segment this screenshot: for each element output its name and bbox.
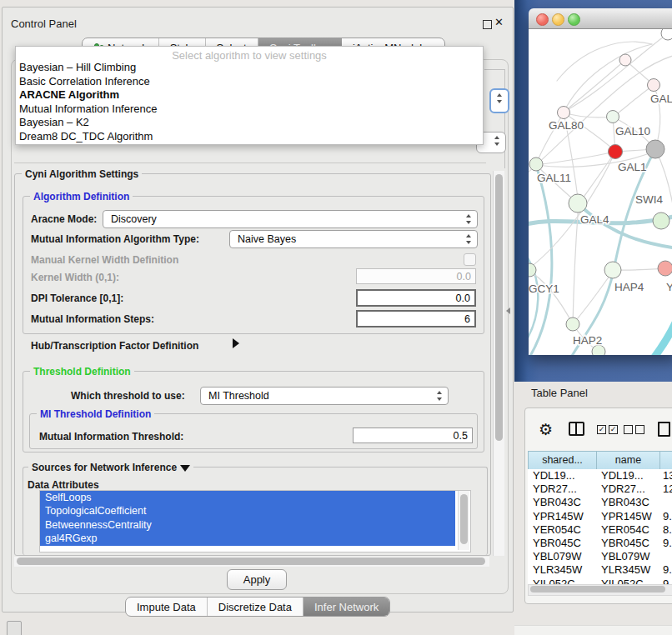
tab-impute-data[interactable]: Impute Data <box>126 598 208 616</box>
algorithm-option[interactable]: ARACNE Algorithm <box>16 88 483 102</box>
network-node[interactable] <box>609 145 623 159</box>
algorithm-option[interactable]: Bayesian – K2 <box>16 116 483 130</box>
table-cell: 8. <box>663 523 672 537</box>
scrollbar-thumb[interactable] <box>530 586 665 592</box>
close-icon[interactable]: ✕ <box>494 16 504 28</box>
checked-checkbox-icon[interactable]: ✓ <box>597 425 606 434</box>
table-horizontal-scrollbar[interactable] <box>528 584 672 596</box>
table-row[interactable]: YDR27...YDR27...12 <box>528 482 672 496</box>
selected-value: Naive Bayes <box>238 233 296 245</box>
table-row[interactable]: YER054CYER054C8. <box>528 523 672 537</box>
document-icon[interactable] <box>658 422 670 437</box>
network-node[interactable] <box>619 54 631 66</box>
group-title: Cyni Algorithm Settings <box>22 168 142 180</box>
mi-steps-field[interactable] <box>356 310 476 328</box>
network-edge <box>614 85 654 116</box>
network-node[interactable] <box>658 261 672 276</box>
vertical-scrollbar[interactable] <box>493 171 504 556</box>
table-cell: 13 <box>663 469 672 482</box>
algorithm-option[interactable]: Basic Correlation Inference <box>16 75 483 89</box>
tab-discretize-data[interactable]: Discretize Data <box>208 598 303 616</box>
network-node[interactable] <box>653 212 669 229</box>
group-title: Sources for Network Inference <box>28 462 193 473</box>
table-row[interactable]: YIL052CYIL052C9 <box>528 578 672 584</box>
collapse-arrow-icon <box>180 465 190 472</box>
network-window[interactable]: GALGAL80GAL10GAL1GAL11GAL4SWI4GCY1HAP4YH… <box>529 8 672 355</box>
network-graph: GALGAL80GAL10GAL1GAL11GAL4SWI4GCY1HAP4YH… <box>529 29 672 355</box>
dpi-tolerance-field[interactable] <box>356 289 476 307</box>
expand-arrow-icon[interactable] <box>233 338 239 348</box>
attribute-list-item[interactable]: SelfLoops <box>40 491 455 504</box>
network-canvas[interactable]: GALGAL80GAL10GAL1GAL11GAL4SWI4GCY1HAP4YH… <box>529 29 672 355</box>
close-traffic-icon[interactable] <box>536 13 549 26</box>
column-header[interactable] <box>659 451 672 470</box>
algorithm-options-list: Bayesian – Hill ClimbingBasic Correlatio… <box>16 61 483 144</box>
collapsed-panel-button[interactable] <box>7 621 22 635</box>
network-node[interactable] <box>569 194 587 212</box>
attribute-list-item[interactable]: BetweennessCentrality <box>40 518 455 532</box>
group-title: Threshold Definition <box>30 366 134 378</box>
network-node[interactable] <box>566 318 579 331</box>
algorithm-option[interactable]: Bayesian – Hill Climbing <box>16 61 483 75</box>
table-row[interactable]: YBR045CYBR045C9. <box>528 537 672 550</box>
network-node[interactable] <box>558 107 570 119</box>
bottom-strip <box>514 625 672 635</box>
network-node[interactable] <box>604 262 621 278</box>
node-label: GCY1 <box>529 282 559 295</box>
table-body: YDL19...YDL19...13YDR27...YDR27...12YBR0… <box>528 469 672 584</box>
data-attributes-label: Data Attributes <box>28 479 99 491</box>
scrollbar-thumb[interactable] <box>495 174 503 441</box>
aracne-mode-select[interactable]: Discovery <box>103 210 478 228</box>
algorithm-option[interactable]: Dream8 DC_TDC Algorithm <box>16 130 483 144</box>
apply-button[interactable]: Apply <box>227 569 287 590</box>
stepper-icon <box>465 234 473 244</box>
algorithm-option[interactable]: Mutual Information Inference <box>16 102 483 117</box>
table-cell: YIL052C <box>601 578 664 584</box>
data-attributes-list[interactable]: SelfLoopsTopologicalCoefficientBetweenne… <box>39 490 471 552</box>
unchecked-checkbox-icon[interactable] <box>635 425 644 434</box>
attribute-list-item[interactable]: TopologicalCoefficient <box>40 504 455 518</box>
network-node[interactable] <box>646 140 664 158</box>
network-node[interactable] <box>661 29 672 40</box>
zoom-traffic-icon[interactable] <box>568 13 580 26</box>
unchecked-checkbox-icon[interactable] <box>624 425 633 434</box>
scrollbar-thumb[interactable] <box>460 494 468 544</box>
horizontal-scrollbar[interactable] <box>14 557 489 567</box>
float-icon[interactable] <box>483 20 492 29</box>
manual-kernel-label: Manual Kernel Width Definition <box>31 254 178 266</box>
selected-value: MI Threshold <box>208 390 269 402</box>
attribute-list-item[interactable]: gal4RGexp <box>40 532 455 545</box>
column-header[interactable]: name <box>596 451 660 470</box>
table-row[interactable]: YBR043CYBR043C <box>528 496 672 509</box>
columns-icon[interactable] <box>569 422 584 436</box>
which-threshold-label: Which threshold to use: <box>71 390 185 402</box>
column-header[interactable]: shared... <box>528 451 597 470</box>
table-cell: YPR145W <box>601 510 664 523</box>
node-label: GAL4 <box>580 213 609 226</box>
gear-icon[interactable]: ⚙ <box>539 422 553 438</box>
table-row[interactable]: YBL079WYBL079W <box>528 550 672 563</box>
checked-checkbox-icon[interactable]: ✓ <box>609 425 618 434</box>
table-row[interactable]: YLR345WYLR345W9. <box>528 563 672 577</box>
network-node[interactable] <box>529 158 543 171</box>
list-scrollbar[interactable] <box>458 491 469 550</box>
which-threshold-select[interactable]: MI Threshold <box>200 387 449 405</box>
kernel-width-field[interactable] <box>356 268 476 284</box>
manual-kernel-checkbox[interactable] <box>464 253 476 266</box>
focused-combo-fragment[interactable] <box>489 88 509 113</box>
mi-type-select[interactable]: Naive Bayes <box>229 230 478 248</box>
window-titlebar[interactable] <box>529 8 672 29</box>
tab-infer-network[interactable]: Infer Network <box>303 598 389 616</box>
table-cell: YER054C <box>533 523 600 537</box>
mi-threshold-field[interactable] <box>353 428 473 443</box>
network-node[interactable] <box>607 111 619 123</box>
scrollbar-thumb[interactable] <box>17 558 485 565</box>
table-row[interactable]: YDL19...YDL19...13 <box>528 469 672 482</box>
network-node[interactable] <box>648 79 660 92</box>
hub-definition-label[interactable]: Hub/Transcription Factor Definition <box>31 340 198 352</box>
minimize-traffic-icon[interactable] <box>552 13 564 26</box>
table-cell: YDR27... <box>533 482 600 496</box>
table-row[interactable]: YPR145WYPR145W9. <box>528 510 672 523</box>
splitter-collapse-icon[interactable] <box>506 308 510 314</box>
table-cell: 9. <box>663 537 672 550</box>
